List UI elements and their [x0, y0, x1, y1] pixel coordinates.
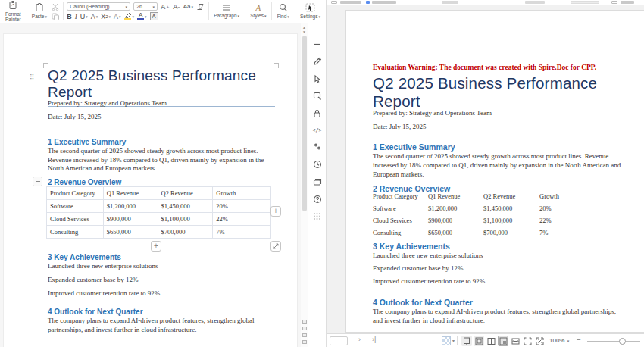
bold-button[interactable]: B — [67, 13, 72, 20]
settings-button[interactable]: Settings▾ — [298, 2, 323, 20]
next-page-button[interactable]: › — [358, 336, 361, 343]
find-button[interactable]: Find▾ — [275, 2, 292, 20]
scroll-up-down-buttons[interactable]: ▲▼ — [302, 25, 307, 34]
page-number-input[interactable] — [330, 336, 348, 345]
lock-icon[interactable] — [311, 108, 323, 119]
copy-button[interactable] — [51, 12, 60, 20]
adjust-sliders-icon[interactable] — [311, 141, 323, 152]
scroll-nav-button-2[interactable] — [301, 325, 308, 331]
help-icon[interactable] — [311, 193, 323, 205]
zoom-out-button[interactable]: − — [577, 336, 581, 344]
zoom-level[interactable]: 100% ▾ — [549, 337, 569, 344]
view-page-fit-icon[interactable] — [474, 336, 484, 346]
table-header-cell[interactable]: Q2 Revenue — [158, 187, 213, 200]
clear-formatting-button[interactable] — [196, 3, 205, 11]
section-1-body[interactable]: The second quarter of 2025 showed steady… — [48, 147, 277, 174]
table-resize-handle[interactable] — [270, 241, 281, 252]
block-drag-handle[interactable]: ⠿ — [30, 73, 35, 81]
table-header-row[interactable]: Product Category Q1 Revenue Q2 Revenue G… — [47, 187, 271, 200]
table-cell[interactable]: $1,200,000 — [103, 200, 158, 213]
underline-button[interactable]: U▾ — [80, 13, 88, 20]
pattern-dropdown-caret[interactable]: ▾ — [452, 338, 455, 343]
table-cell[interactable]: Cloud Services — [47, 213, 104, 226]
table-select-handle[interactable] — [33, 177, 42, 186]
scroll-nav-button-1[interactable] — [301, 318, 308, 324]
strikethrough-button[interactable]: A▾ — [91, 13, 98, 20]
fit-width-icon[interactable] — [510, 336, 521, 346]
table-row[interactable]: Consulting $650,000 $700,000 7% — [47, 226, 271, 239]
prepared-by-line[interactable]: Prepared by: Strategy and Operations Tea… — [48, 99, 277, 108]
table-cell[interactable]: Software — [47, 200, 104, 213]
fullscreen-icon[interactable] — [534, 336, 545, 346]
scroll-nav-button-3[interactable] — [301, 332, 308, 338]
section-2-heading[interactable]: 2 Revenue Overview — [48, 178, 121, 186]
table-row[interactable]: Cloud Services $900,000 $1,100,000 22% — [47, 213, 271, 226]
achievement-item[interactable]: Launched three new enterprise solutions — [48, 262, 277, 271]
section-4-body[interactable]: The company plans to expand AI-driven pr… — [48, 317, 277, 334]
table-cell[interactable]: 22% — [213, 213, 271, 226]
format-painter-button[interactable]: Format Painter — [3, 0, 23, 23]
zoom-slider-knob[interactable] — [619, 338, 626, 345]
table-cell[interactable]: 20% — [213, 200, 271, 213]
italic-button[interactable]: I — [75, 13, 77, 20]
preview-date: Date: July 15, 2025 — [373, 122, 627, 131]
table-row[interactable]: Software $1,200,000 $1,450,000 20% — [47, 200, 271, 213]
font-color-button[interactable]: A ▾ — [137, 12, 147, 20]
superscript-button[interactable]: X2▾ — [101, 13, 111, 20]
scrollbar-thumb[interactable] — [302, 36, 307, 211]
shrink-font-button[interactable]: A− — [173, 3, 180, 11]
select-cursor-icon[interactable] — [311, 73, 323, 84]
table-cell[interactable]: $1,450,000 — [158, 200, 213, 213]
editor-scrollbar[interactable]: ▲▼ — [301, 23, 308, 347]
table-cell[interactable]: $900,000 — [103, 213, 158, 226]
section-3-heading[interactable]: 3 Key Achievements — [48, 253, 121, 261]
table-header-cell[interactable]: Growth — [213, 187, 271, 200]
fit-visible-icon[interactable] — [522, 336, 533, 346]
preview-cell: 20% — [539, 205, 627, 217]
view-single-page-icon[interactable] — [461, 336, 472, 346]
paste-button[interactable]: Paste▾ — [30, 2, 49, 20]
layers-windows-icon[interactable] — [311, 176, 323, 187]
grow-font-button[interactable]: A＋ — [161, 3, 170, 11]
change-case-button[interactable]: Aa▾ — [183, 3, 193, 11]
table-cell[interactable]: Consulting — [47, 226, 104, 239]
editor-page[interactable]: ⠿ Q2 2025 Business Performance Report Pr… — [3, 33, 298, 347]
section-1-heading[interactable]: 1 Executive Summary — [48, 138, 126, 146]
table-cell[interactable]: 7% — [213, 226, 271, 239]
table-cell[interactable]: $700,000 — [158, 226, 213, 239]
cropped-preview-toolbar — [327, 0, 644, 5]
code-view-icon[interactable]: </> — [311, 124, 323, 136]
achievement-item[interactable]: Improved customer retention rate to 92% — [48, 289, 277, 299]
font-name-select[interactable]: Calibri (Heading)▾ — [67, 2, 130, 11]
editor-canvas[interactable]: ⠿ Q2 2025 Business Performance Report Pr… — [0, 23, 301, 347]
achievement-item[interactable]: Expanded customer base by 12% — [48, 276, 277, 285]
table-cell[interactable]: $650,000 — [103, 226, 158, 239]
cut-button[interactable] — [51, 2, 60, 11]
table-header-cell[interactable]: Q1 Revenue — [103, 187, 158, 200]
select-element-icon[interactable] — [311, 90, 323, 102]
add-column-button[interactable]: + — [270, 206, 281, 217]
view-continuous-icon[interactable] — [498, 336, 508, 346]
revenue-table[interactable]: Product Category Q1 Revenue Q2 Revenue G… — [46, 186, 271, 239]
view-two-page-icon[interactable] — [486, 336, 496, 346]
table-header-cell[interactable]: Product Category — [47, 187, 104, 200]
zoom-slider[interactable] — [587, 341, 640, 342]
collapse-icon[interactable] — [311, 39, 323, 50]
styles-button[interactable]: A Styles▾ — [248, 3, 268, 20]
grid-dots-icon[interactable] — [311, 211, 323, 222]
section-4-heading[interactable]: 4 Outlook for Next Quarter — [48, 308, 143, 316]
text-effects-button[interactable]: A▾ — [114, 13, 121, 20]
preview-section-1-heading: 1 Executive Summary — [373, 142, 455, 152]
highlight-button[interactable]: ▾ — [124, 12, 135, 20]
add-row-button[interactable]: + — [151, 241, 161, 252]
paragraph-button[interactable]: Paragraph▾ — [211, 3, 242, 20]
background-pattern-button[interactable] — [442, 336, 451, 345]
character-border-button[interactable]: A — [150, 12, 158, 20]
last-page-button[interactable]: ›| — [372, 336, 376, 343]
date-line[interactable]: Date: July 15, 2025 — [48, 113, 277, 122]
table-cell[interactable]: $1,100,000 — [158, 213, 213, 226]
font-size-select[interactable]: 26▾ — [133, 2, 158, 11]
history-clock-icon[interactable] — [311, 158, 323, 170]
scroll-nav-button-4[interactable] — [301, 339, 308, 345]
edit-pencil-icon[interactable] — [311, 55, 323, 67]
